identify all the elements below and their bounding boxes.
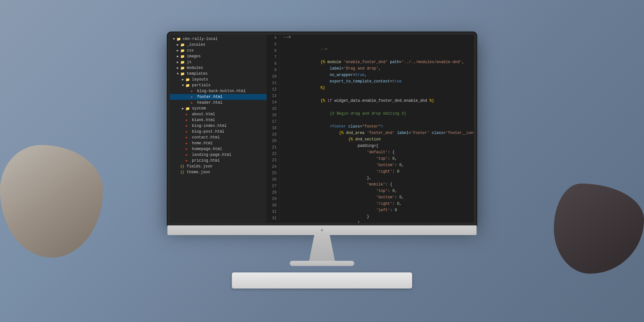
home-label: home.html: [192, 141, 267, 146]
arrow-icon: ▼: [175, 72, 180, 76]
blog-index-label: blog-index.html: [192, 124, 267, 128]
tree-item-blog-index[interactable]: ◈ blog-index.html: [170, 123, 267, 129]
line-num-28: 28: [267, 189, 277, 196]
line-num-17: 17: [267, 118, 277, 125]
homepage-label: homepage.html: [192, 147, 267, 151]
arrow-icon: ▶: [175, 54, 180, 58]
tree-item-home[interactable]: ◈ home.html: [170, 140, 267, 146]
html-file-icon: ◈: [191, 101, 196, 105]
js-label: js: [187, 60, 267, 64]
imac-stand: [309, 235, 335, 261]
line-num-21: 21: [267, 144, 277, 151]
tree-item-contact[interactable]: ◈ contact.html: [170, 135, 267, 140]
system-label: system: [192, 106, 267, 111]
folder-icon: 📁: [176, 37, 182, 41]
header-label: header.html: [197, 100, 267, 105]
editor: ▼ 📁 cms-rally-local ▶ 📁 _locales ▶ 📁: [170, 35, 474, 223]
html-file-icon: ◈: [191, 95, 196, 99]
line-num-22: 22: [267, 151, 277, 157]
blog-back-button-label: blog-back-button.html: [197, 89, 267, 93]
folder-icon: 📁: [180, 43, 185, 47]
folder-icon: 📁: [180, 60, 185, 64]
tree-item-images[interactable]: ▶ 📁 images: [170, 53, 267, 59]
tree-item-root[interactable]: ▼ 📁 cms-rally-local: [170, 36, 267, 42]
tree-item-locales[interactable]: ▶ 📁 _locales: [170, 42, 267, 48]
line-num-31: 31: [267, 209, 277, 215]
imac-camera: [321, 229, 323, 232]
imac-base: [290, 261, 354, 266]
line-num-12: 12: [267, 86, 277, 93]
arrow-icon: ▶: [175, 49, 180, 52]
line-num-14: 14: [267, 99, 277, 106]
code-content: 4 5 6 7 8 9 10 11 12 13 14 15 16: [267, 35, 474, 223]
line-num-16: 16: [267, 112, 277, 118]
line-num-15: 15: [267, 106, 277, 112]
tree-item-landing-page[interactable]: ◈ landing-page.html: [170, 152, 267, 158]
decoration-stone-left: [0, 145, 103, 258]
html-file-icon: ◈: [185, 124, 191, 128]
line-num-30: 30: [267, 202, 277, 209]
line-numbers: 4 5 6 7 8 9 10 11 12 13 14 15 16: [267, 35, 279, 223]
code-editor[interactable]: 4 5 6 7 8 9 10 11 12 13 14 15 16: [267, 35, 474, 223]
tree-item-header[interactable]: ◈ header.html: [170, 100, 267, 106]
tree-item-modules[interactable]: ▶ 📁 modules: [170, 65, 267, 71]
line-num-19: 19: [267, 131, 277, 138]
html-file-icon: ◈: [185, 159, 191, 163]
arrow-icon: ▼: [180, 84, 185, 87]
html-file-icon: ◈: [185, 147, 191, 151]
tree-item-layouts[interactable]: ▶ 📁 layouts: [170, 77, 267, 82]
tree-item-blank[interactable]: ◈ blank.html: [170, 117, 267, 123]
tree-item-about[interactable]: ◈ about.html: [170, 111, 267, 117]
line-num-8: 8: [267, 61, 277, 67]
html-file-icon: ◈: [185, 141, 191, 145]
tree-item-blog-back-button[interactable]: ◈ blog-back-button.html: [170, 88, 267, 94]
pricing-label: pricing.html: [192, 158, 267, 163]
line-num-29: 29: [267, 196, 277, 202]
line-num-23: 23: [267, 157, 277, 164]
line-num-9: 9: [267, 67, 277, 73]
folder-icon: 📁: [185, 83, 191, 88]
desktop: ▼ 📁 cms-rally-local ▶ 📁 _locales ▶ 📁: [0, 0, 644, 322]
tree-item-footer[interactable]: ◈ footer.html: [170, 94, 267, 100]
tree-item-css[interactable]: ▶ 📁 css: [170, 48, 267, 53]
line-num-26: 26: [267, 176, 277, 183]
arrow-icon: ▼: [171, 37, 176, 41]
line-num-6: 6: [267, 48, 277, 54]
line-num-13: 13: [267, 93, 277, 99]
folder-icon: 📁: [180, 66, 185, 70]
file-tree-sidebar[interactable]: ▼ 📁 cms-rally-local ▶ 📁 _locales ▶ 📁: [170, 35, 267, 223]
imac-chin: [167, 225, 477, 235]
imac-wrapper: ▼ 📁 cms-rally-local ▶ 📁 _locales ▶ 📁: [161, 32, 483, 290]
layouts-label: layouts: [192, 77, 267, 82]
contact-label: contact.html: [192, 135, 267, 140]
line-num-5: 5: [267, 41, 277, 48]
tree-item-blog-post[interactable]: ◈ blog-post.html: [170, 129, 267, 135]
images-label: images: [187, 54, 267, 59]
imac-screen: ▼ 📁 cms-rally-local ▶ 📁 _locales ▶ 📁: [167, 32, 477, 225]
tree-item-pricing[interactable]: ◈ pricing.html: [170, 158, 267, 164]
footer-label: footer.html: [197, 95, 267, 99]
tree-item-homepage[interactable]: ◈ homepage.html: [170, 146, 267, 152]
line-num-11: 11: [267, 80, 277, 86]
css-label: css: [187, 48, 267, 53]
partials-label: partials: [192, 83, 267, 88]
tree-item-js[interactable]: ▶ 📁 js: [170, 59, 267, 65]
line-num-10: 10: [267, 73, 277, 80]
code-text: --> --> {% module 'enable_footer_dnd' pa…: [279, 35, 474, 223]
blog-post-label: blog-post.html: [192, 129, 267, 134]
folder-icon: 📁: [185, 78, 191, 82]
tree-item-templates[interactable]: ▼ 📁 templates: [170, 71, 267, 77]
fields-json-label: fields.json: [187, 164, 267, 169]
arrow-icon: ▶: [180, 107, 185, 110]
line-num-20: 20: [267, 138, 277, 144]
line-num-27: 27: [267, 183, 277, 189]
tree-item-fields-json[interactable]: {} fields.json: [170, 164, 267, 169]
tree-item-partials[interactable]: ▼ 📁 partials: [170, 82, 267, 88]
templates-label: templates: [187, 71, 267, 76]
json-file-icon: {}: [180, 165, 185, 168]
line-num-7: 7: [267, 54, 277, 61]
tree-item-theme-json[interactable]: {} theme.json: [170, 169, 267, 175]
json-file-icon: {}: [180, 171, 185, 174]
tree-item-system[interactable]: ▶ 📁 system: [170, 106, 267, 111]
folder-icon: 📁: [180, 49, 185, 53]
